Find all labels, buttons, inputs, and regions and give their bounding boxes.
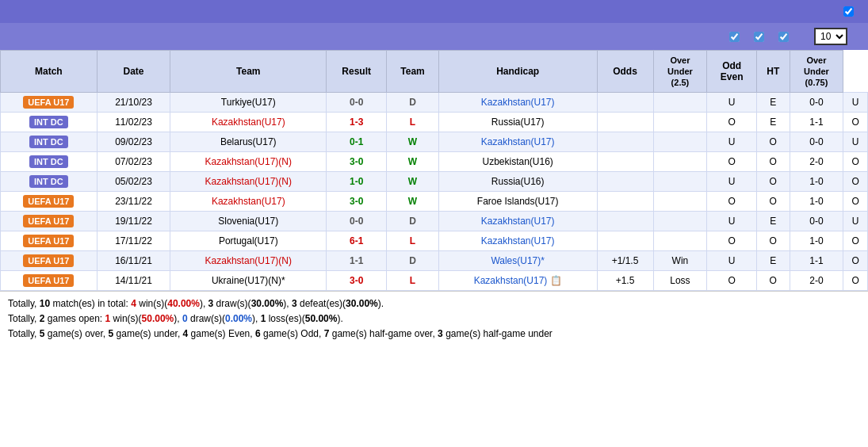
match-badge: UEFA U17: [23, 96, 74, 109]
cell-team1: Kazakhstan(U17)(N): [170, 251, 327, 271]
cell-team2: Russia(U17): [438, 113, 597, 132]
cell-ht: 0-0: [790, 212, 843, 231]
cell-date: 07/02/23: [97, 152, 170, 172]
cell-handicap: +1.5: [597, 271, 653, 291]
cell-badge: UEFA U17: [1, 212, 98, 231]
cell-over-under-25: U: [707, 132, 757, 152]
cell-ht: 2-0: [790, 271, 843, 291]
summary-section: Totally, 10 match(es) in total: 4 win(s)…: [0, 291, 868, 347]
table-row: INT DC 09/02/23 Belarus(U17) 0-1W Kazakh…: [1, 132, 868, 152]
match-badge: UEFA U17: [23, 274, 74, 287]
cell-ht: 0-0: [790, 132, 843, 152]
cell-over-under-25: O: [707, 192, 757, 212]
games-select[interactable]: 10: [814, 28, 847, 45]
cell-ht: 0-0: [790, 93, 843, 113]
cell-over-under-25: O: [707, 113, 757, 132]
col-result: Result: [327, 51, 387, 93]
cell-date: 21/10/23: [97, 93, 170, 113]
interf-filter[interactable]: [729, 32, 743, 42]
cell-over-under-075: U: [843, 132, 868, 152]
table-row: UEFA U17 16/11/21 Kazakhstan(U17)(N) 1-1…: [1, 251, 868, 271]
cell-odds: [653, 152, 707, 172]
table-row: UEFA U17 23/11/22 Kazakhstan(U17) 3-0W F…: [1, 192, 868, 212]
cell-odd-even: E: [757, 113, 790, 132]
col-odds: Odds: [597, 51, 653, 93]
cell-odds: [653, 93, 707, 113]
cell-result: W: [387, 172, 439, 192]
cell-team1: Kazakhstan(U17)(N): [170, 172, 327, 192]
cell-team2: Russia(U16): [438, 172, 597, 192]
match-badge: UEFA U17: [23, 195, 74, 208]
cell-odds: [653, 172, 707, 192]
cell-odds: [653, 113, 707, 132]
match-badge: UEFA U17: [23, 215, 74, 227]
cell-over-under-25: O: [707, 152, 757, 172]
display-notes-checkbox[interactable]: [843, 6, 854, 17]
col-ht: HT: [757, 51, 790, 93]
cell-odd-even: E: [757, 212, 790, 231]
cell-team2: Kazakhstan(U17): [438, 93, 597, 113]
summary-line1: Totally, 10 match(es) in total: 4 win(s)…: [8, 296, 860, 311]
cell-over-under-25: U: [707, 212, 757, 231]
uefa-u17-checkbox[interactable]: [754, 32, 764, 42]
table-row: UEFA U17 14/11/21 Ukraine(U17)(N)* 3-0L …: [1, 271, 868, 291]
cell-score: 3-0: [327, 271, 387, 291]
cell-team2: Uzbekistan(U16): [438, 152, 597, 172]
cell-over-under-25: U: [707, 172, 757, 192]
match-badge: UEFA U17: [23, 235, 74, 247]
uefa-u17-filter[interactable]: [754, 32, 767, 42]
cell-result: L: [387, 271, 439, 291]
table-row: UEFA U17 17/11/22 Portugal(U17) 6-1L Kaz…: [1, 231, 868, 251]
cell-result: D: [387, 212, 439, 231]
match-badge: INT DC: [29, 155, 68, 168]
cell-score: 1-3: [327, 113, 387, 132]
cell-ht: 1-1: [790, 113, 843, 132]
cell-result: L: [387, 113, 439, 132]
cell-result: W: [387, 132, 439, 152]
col-team1: Team: [170, 51, 327, 93]
summary-line2: Totally, 2 games open: 1 win(s)(50.00%),…: [8, 311, 860, 327]
cell-handicap: [597, 93, 653, 113]
cell-team1: Kazakhstan(U17)(N): [170, 152, 327, 172]
int-dc-checkbox[interactable]: [778, 32, 789, 42]
cell-handicap: +1/1.5: [597, 251, 653, 271]
cell-ht: 1-0: [790, 231, 843, 251]
cell-badge: UEFA U17: [1, 93, 98, 113]
cell-badge: INT DC: [1, 172, 98, 192]
col-over-under-25: OverUnder(2.5): [653, 51, 707, 93]
cell-handicap: [597, 231, 653, 251]
cell-team2: Wales(U17)*: [438, 251, 597, 271]
cell-date: 19/11/22: [97, 212, 170, 231]
cell-handicap: [597, 212, 653, 231]
cell-handicap: [597, 172, 653, 192]
cell-over-under-075: O: [843, 113, 868, 132]
cell-odd-even: O: [757, 192, 790, 212]
cell-ht: 2-0: [790, 152, 843, 172]
interf-checkbox[interactable]: [729, 32, 740, 42]
cell-handicap: [597, 192, 653, 212]
cell-team2: Kazakhstan(U17): [438, 231, 597, 251]
cell-score: 1-0: [327, 172, 387, 192]
cell-score: 3-0: [327, 192, 387, 212]
cell-date: 14/11/21: [97, 271, 170, 291]
cell-result: W: [387, 192, 439, 212]
cell-odd-even: O: [757, 271, 790, 291]
cell-over-under-25: O: [707, 271, 757, 291]
cell-ht: 1-0: [790, 192, 843, 212]
match-badge: INT DC: [29, 116, 68, 128]
cell-handicap: [597, 113, 653, 132]
cell-odds: Loss: [653, 271, 707, 291]
cell-badge: INT DC: [1, 113, 98, 132]
cell-handicap: [597, 132, 653, 152]
col-match: Match: [1, 51, 98, 93]
cell-odd-even: O: [757, 172, 790, 192]
cell-team2: Faroe Islands(U17): [438, 192, 597, 212]
cell-badge: UEFA U17: [1, 271, 98, 291]
cell-score: 1-1: [327, 251, 387, 271]
cell-score: 3-0: [327, 152, 387, 172]
cell-odd-even: O: [757, 152, 790, 172]
cell-team1: Kazakhstan(U17): [170, 113, 327, 132]
int-dc-filter[interactable]: [778, 32, 792, 42]
cell-badge: UEFA U17: [1, 231, 98, 251]
cell-over-under-075: U: [843, 212, 868, 231]
